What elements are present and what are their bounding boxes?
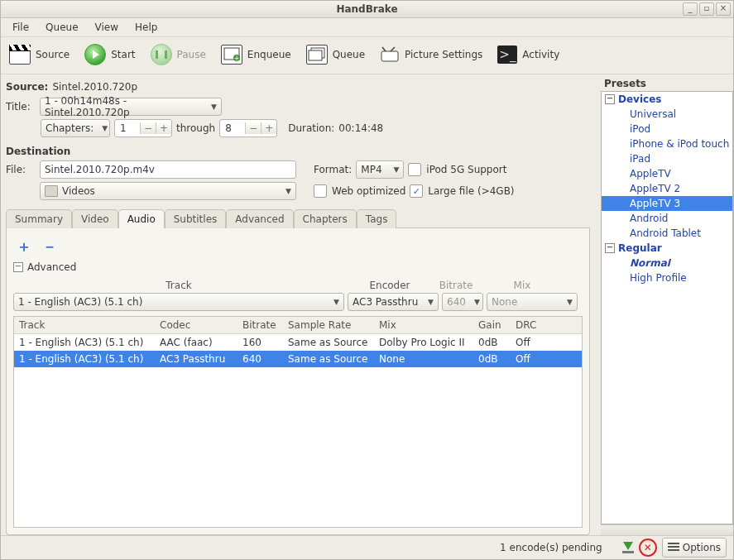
format-label: Format: <box>314 164 352 175</box>
file-input[interactable]: Sintel.2010.720p.m4v <box>40 160 296 179</box>
th-bitrate: Bitrate <box>237 317 283 333</box>
enqueue-button[interactable]: + Enqueue <box>218 43 295 66</box>
largefile-check[interactable]: ✓ Large file (>4GB) <box>410 184 514 198</box>
expander-icon: − <box>605 94 615 104</box>
remove-preset-button[interactable]: ✕ <box>639 538 657 557</box>
svg-text:+: + <box>233 55 239 62</box>
chevron-down-icon: ▼ <box>393 165 399 174</box>
menu-help[interactable]: Help <box>128 20 164 35</box>
preset-item[interactable]: iPhone & iPod touch <box>602 136 732 151</box>
svg-rect-4 <box>309 50 322 60</box>
preset-item[interactable]: Android Tablet <box>602 226 732 241</box>
chapter-to-spin[interactable]: 8 − + <box>219 119 277 137</box>
pause-button[interactable]: Pause <box>147 42 209 67</box>
tab-advanced[interactable]: Advanced <box>226 209 293 228</box>
play-icon <box>84 44 106 65</box>
chapter-from: 1 <box>115 122 140 134</box>
th-drc: DRC <box>511 317 556 333</box>
queue-icon <box>306 45 328 65</box>
minus-icon[interactable]: − <box>140 122 156 134</box>
toolbar: Source Start Pause + Enqueue Queue Pic <box>1 37 733 74</box>
table-header: Track Codec Bitrate Sample Rate Mix Gain… <box>14 317 582 334</box>
preset-group-devices[interactable]: − Devices <box>602 92 732 107</box>
expander-icon[interactable]: − <box>13 262 23 272</box>
col-encoder-label: Encoder <box>344 280 435 291</box>
preset-item-selected[interactable]: AppleTV 3 <box>602 196 732 211</box>
th-track: Track <box>14 317 155 333</box>
add-track-button[interactable]: ＋ <box>13 237 35 256</box>
preset-item[interactable]: Normal <box>602 256 732 270</box>
webopt-check[interactable]: Web optimized <box>314 184 405 198</box>
chapters-combo[interactable]: Chapters: ▼ <box>41 119 110 137</box>
options-button[interactable]: Options <box>662 538 727 558</box>
plus-icon[interactable]: + <box>156 122 171 134</box>
title-combo[interactable]: 1 - 00h14m48s - Sintel.2010.720p ▼ <box>40 98 222 116</box>
preset-item[interactable]: Android <box>602 211 732 226</box>
pause-label: Pause <box>177 49 206 60</box>
remove-track-button[interactable]: － <box>39 237 60 256</box>
minimize-button[interactable]: _ <box>683 2 698 16</box>
terminal-icon: >_ <box>497 45 517 64</box>
picture-settings-button[interactable]: Picture Settings <box>377 44 486 65</box>
col-mix-label: Mix <box>477 280 568 291</box>
minus-icon[interactable]: − <box>245 122 261 134</box>
mix-select-value: None <box>492 296 517 308</box>
expander-icon: − <box>605 243 615 253</box>
menu-file[interactable]: File <box>6 20 36 35</box>
duration-value: 00:14:48 <box>338 122 383 134</box>
encoder-select[interactable]: AC3 Passthru▼ <box>348 293 439 311</box>
tab-strip: Summary Video Audio Subtitles Advanced C… <box>6 208 590 227</box>
tab-chapters[interactable]: Chapters <box>294 209 357 228</box>
checkbox-icon <box>408 163 421 176</box>
pause-icon <box>151 44 172 65</box>
duration-label: Duration: <box>288 122 334 134</box>
folder-icon <box>45 185 58 197</box>
start-button[interactable]: Start <box>81 42 138 67</box>
tab-tags[interactable]: Tags <box>357 209 397 228</box>
audio-track-table: Track Codec Bitrate Sample Rate Mix Gain… <box>13 316 583 528</box>
plus-icon[interactable]: + <box>261 122 276 134</box>
chapter-from-spin[interactable]: 1 − + <box>114 119 172 137</box>
tab-summary[interactable]: Summary <box>6 209 72 228</box>
menu-bar: File Queue View Help <box>1 18 733 37</box>
tab-subtitles[interactable]: Subtitles <box>165 209 227 228</box>
maximize-button[interactable]: ▫ <box>699 2 714 16</box>
tab-audio[interactable]: Audio <box>118 209 165 228</box>
preset-item[interactable]: iPod <box>602 122 732 136</box>
table-row[interactable]: 1 - English (AC3) (5.1 ch) AC3 Passthru … <box>14 351 582 367</box>
close-button[interactable]: × <box>716 2 731 16</box>
apply-preset-button[interactable] <box>622 542 634 553</box>
ipod5g-check[interactable]: iPod 5G Support <box>408 163 506 176</box>
checkbox-icon: ✓ <box>410 184 423 198</box>
mix-select[interactable]: None▼ <box>487 293 578 311</box>
col-bitrate-label: Bitrate <box>435 280 477 291</box>
table-row[interactable]: 1 - English (AC3) (5.1 ch) AAC (faac) 16… <box>14 334 582 351</box>
queue-button[interactable]: Queue <box>303 43 368 66</box>
format-value: MP4 <box>361 164 381 175</box>
group-label: Regular <box>618 242 662 254</box>
presets-scrollbar[interactable] <box>601 524 733 535</box>
activity-button[interactable]: >_ Activity <box>494 44 563 65</box>
queue-label: Queue <box>333 49 365 60</box>
clapper-icon <box>9 45 31 65</box>
menu-view[interactable]: View <box>89 20 125 35</box>
tab-video[interactable]: Video <box>72 209 118 228</box>
source-button[interactable]: Source <box>6 43 73 66</box>
download-icon <box>623 542 633 550</box>
menu-queue[interactable]: Queue <box>39 20 84 35</box>
group-label: Devices <box>618 93 661 105</box>
bitrate-select-value: 640 <box>447 296 466 308</box>
track-select[interactable]: 1 - English (AC3) (5.1 ch)▼ <box>13 293 344 311</box>
folder-combo[interactable]: Videos ▼ <box>40 182 296 200</box>
format-combo[interactable]: MP4 ▼ <box>356 160 404 179</box>
preset-item[interactable]: Universal <box>602 107 732 122</box>
encoder-select-value: AC3 Passthru <box>353 296 418 308</box>
preset-item[interactable]: High Profile <box>602 270 732 285</box>
bitrate-select[interactable]: 640▼ <box>442 293 483 311</box>
preset-item[interactable]: iPad <box>602 151 732 166</box>
window-title: HandBrake <box>1 3 733 15</box>
status-pending: 1 encode(s) pending <box>500 542 602 553</box>
preset-group-regular[interactable]: − Regular <box>602 241 732 256</box>
preset-item[interactable]: AppleTV <box>602 166 732 181</box>
preset-item[interactable]: AppleTV 2 <box>602 181 732 196</box>
